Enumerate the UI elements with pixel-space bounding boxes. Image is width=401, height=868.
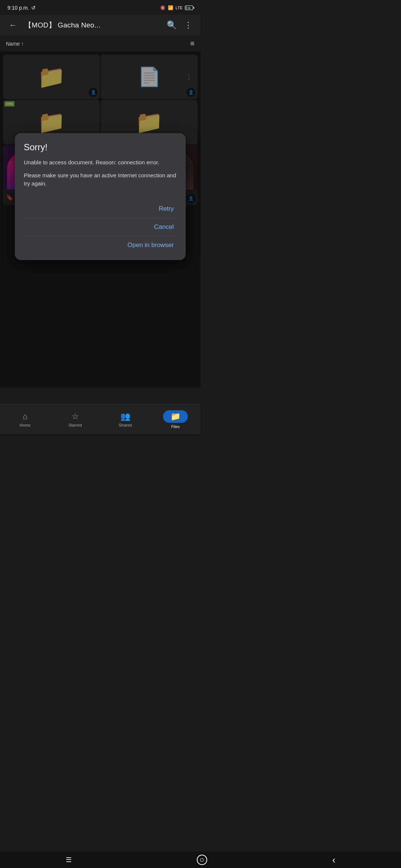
home-nav-label: Home xyxy=(20,423,30,427)
sort-name: Name xyxy=(6,41,20,47)
starred-nav-label: Starred xyxy=(68,423,82,427)
files-icon: 📁 xyxy=(170,412,180,421)
status-time: 9:10 p.m. ↺ xyxy=(7,5,36,11)
files-nav-icon-bg: 📁 xyxy=(163,410,188,423)
home-nav-icon-bg: ⌂ xyxy=(23,412,27,421)
dialog-error-text: Unable to access document. Reason: conne… xyxy=(24,159,159,165)
dialog-title: Sorry! xyxy=(24,142,177,152)
nav-item-home[interactable]: ⌂ Home xyxy=(0,409,50,430)
shared-icon: 👥 xyxy=(120,412,130,421)
open-in-browser-button[interactable]: Open in browser xyxy=(24,236,177,254)
search-button[interactable]: 🔍 xyxy=(164,18,179,32)
starred-nav-icon-bg: ☆ xyxy=(72,412,79,421)
star-icon: ☆ xyxy=(72,412,79,421)
nav-item-starred[interactable]: ☆ Starred xyxy=(50,409,100,430)
refresh-status-icon: ↺ xyxy=(31,5,36,11)
nav-item-shared[interactable]: 👥 Shared xyxy=(100,409,150,430)
bottom-nav: ⌂ Home ☆ Starred 👥 Shared 📁 Files xyxy=(0,404,200,434)
app-bar-actions: 🔍 ⋮ xyxy=(164,18,195,32)
sort-label[interactable]: Name ↑ xyxy=(6,41,24,47)
nav-item-files[interactable]: 📁 Files xyxy=(150,407,200,432)
cancel-button[interactable]: Cancel xyxy=(24,218,177,236)
sort-bar: Name ↑ ≡ xyxy=(0,36,200,52)
wifi-icon: 📶 xyxy=(168,5,173,10)
battery-icon: 11 xyxy=(185,6,193,10)
retry-button[interactable]: Retry xyxy=(24,200,177,218)
main-content: 📁 👤 📄 👤 ⋮ 📁 APK xyxy=(0,52,200,388)
status-icons: 🔇 📶 LTE 11 xyxy=(160,5,193,10)
error-dialog: Sorry! Unable to access document. Reason… xyxy=(15,133,186,260)
app-bar-title: 【MOD】 Gacha Neo... xyxy=(25,20,160,30)
list-view-toggle[interactable]: ≡ xyxy=(190,39,195,48)
shared-nav-label: Shared xyxy=(119,423,132,427)
files-nav-label: Files xyxy=(171,424,180,429)
dialog-actions: Retry Cancel Open in browser xyxy=(24,200,177,254)
status-bar: 9:10 p.m. ↺ 🔇 📶 LTE 11 xyxy=(0,0,200,15)
dialog-body-1: Unable to access document. Reason: conne… xyxy=(24,158,177,167)
app-bar: ← 【MOD】 Gacha Neo... 🔍 ⋮ xyxy=(0,15,200,36)
sort-direction-icon: ↑ xyxy=(21,41,24,47)
more-options-button[interactable]: ⋮ xyxy=(182,18,195,32)
back-button[interactable]: ← xyxy=(6,17,20,33)
dialog-body-2: Please make sure you have an active Inte… xyxy=(24,171,177,188)
shared-nav-icon-bg: 👥 xyxy=(120,412,130,421)
time-label: 9:10 p.m. xyxy=(7,5,29,11)
signal-icon: LTE xyxy=(176,6,183,10)
mute-icon: 🔇 xyxy=(160,5,166,10)
home-icon: ⌂ xyxy=(23,412,27,421)
